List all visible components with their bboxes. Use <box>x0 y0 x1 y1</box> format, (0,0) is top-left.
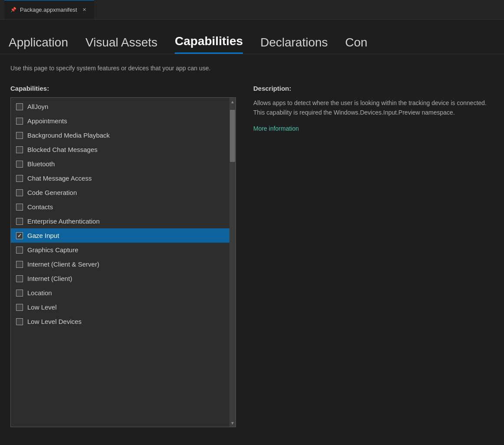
capabilities-list-container: AllJoyn Appointments Background Media Pl… <box>10 97 236 427</box>
more-info-link[interactable]: More information <box>253 125 299 132</box>
checkbox-blocked-chat-messages[interactable] <box>16 146 23 153</box>
tab-visual-assets[interactable]: Visual Assets <box>85 36 157 54</box>
file-tab-label: Package.appxmanifest <box>20 7 77 13</box>
capability-internet-client-label: Internet (Client) <box>27 275 72 282</box>
tab-con[interactable]: Con <box>345 36 367 54</box>
capability-low-level[interactable]: Low Level <box>11 300 229 314</box>
description-label: Description: <box>253 85 494 92</box>
scrollbar-thumb[interactable] <box>230 110 235 162</box>
capability-background-media-playback-label: Background Media Playback <box>27 132 110 139</box>
checkbox-location[interactable] <box>16 290 23 297</box>
checkbox-alljoyn[interactable] <box>16 103 23 110</box>
capability-graphics-capture-label: Graphics Capture <box>27 246 79 254</box>
capability-blocked-chat-messages-label: Blocked Chat Messages <box>27 146 98 153</box>
close-tab-button[interactable]: ✕ <box>81 6 88 13</box>
checkbox-bluetooth[interactable] <box>16 161 23 168</box>
checkbox-internet-client[interactable] <box>16 275 23 282</box>
capability-location[interactable]: Location <box>11 286 229 300</box>
capability-internet-client-server[interactable]: Internet (Client & Server) <box>11 257 229 271</box>
capability-code-generation-label: Code Generation <box>27 189 77 196</box>
nav-tabs: Application Visual Assets Capabilities D… <box>0 20 504 54</box>
checkbox-low-level[interactable] <box>16 304 23 311</box>
page-description: Use this page to specify system features… <box>10 65 494 72</box>
capability-low-level-devices[interactable]: Low Level Devices <box>11 314 229 329</box>
pin-icon: 📌 <box>10 7 16 13</box>
capability-internet-client-server-label: Internet (Client & Server) <box>27 260 99 268</box>
capability-alljoyn-label: AllJoyn <box>27 103 48 110</box>
checkbox-low-level-devices[interactable] <box>16 318 23 325</box>
scrollbar-up-arrow[interactable]: ▲ <box>229 98 236 105</box>
title-bar: 📌 Package.appxmanifest ✕ <box>0 0 504 20</box>
capabilities-list: AllJoyn Appointments Background Media Pl… <box>11 98 229 427</box>
capability-chat-message-access-label: Chat Message Access <box>27 175 92 182</box>
capability-gaze-input[interactable]: ✓ Gaze Input <box>11 228 229 243</box>
capability-low-level-label: Low Level <box>27 303 57 311</box>
checkbox-gaze-input[interactable]: ✓ <box>16 232 23 239</box>
checkbox-background-media-playback[interactable] <box>16 132 23 139</box>
checkbox-contacts[interactable] <box>16 204 23 211</box>
capability-blocked-chat-messages[interactable]: Blocked Chat Messages <box>11 142 229 157</box>
capability-appointments[interactable]: Appointments <box>11 114 229 128</box>
capability-graphics-capture[interactable]: Graphics Capture <box>11 243 229 257</box>
capability-gaze-input-label: Gaze Input <box>27 232 59 239</box>
capability-alljoyn[interactable]: AllJoyn <box>11 99 229 114</box>
checkbox-code-generation[interactable] <box>16 189 23 196</box>
scrollbar-thumb-area[interactable] <box>229 105 236 419</box>
description-section: Description: Allows apps to detect where… <box>253 85 494 441</box>
capability-enterprise-authentication-label: Enterprise Authentication <box>27 218 100 225</box>
tab-capabilities[interactable]: Capabilities <box>175 34 243 54</box>
capability-contacts[interactable]: Contacts <box>11 200 229 214</box>
scrollbar-track[interactable]: ▲ ▼ <box>229 98 236 427</box>
capability-appointments-label: Appointments <box>27 117 67 125</box>
capability-chat-message-access[interactable]: Chat Message Access <box>11 171 229 185</box>
tab-application[interactable]: Application <box>9 36 68 54</box>
capability-location-label: Location <box>27 289 52 297</box>
capability-enterprise-authentication[interactable]: Enterprise Authentication <box>11 214 229 228</box>
tab-declarations[interactable]: Declarations <box>260 36 328 54</box>
checkbox-internet-client-server[interactable] <box>16 261 23 268</box>
main-content: Use this page to specify system features… <box>0 54 504 441</box>
capability-low-level-devices-label: Low Level Devices <box>27 318 82 325</box>
checkbox-enterprise-authentication[interactable] <box>16 218 23 225</box>
capability-internet-client[interactable]: Internet (Client) <box>11 271 229 286</box>
scrollbar-down-arrow[interactable]: ▼ <box>229 419 236 427</box>
checkbox-appointments[interactable] <box>16 118 23 125</box>
file-tab[interactable]: 📌 Package.appxmanifest ✕ <box>4 0 94 19</box>
capability-bluetooth[interactable]: Bluetooth <box>11 157 229 171</box>
content-columns: Capabilities: AllJoyn Appointments Backg… <box>10 85 494 441</box>
capability-code-generation[interactable]: Code Generation <box>11 185 229 200</box>
capability-contacts-label: Contacts <box>27 203 53 211</box>
capabilities-section: Capabilities: AllJoyn Appointments Backg… <box>10 85 236 441</box>
capability-background-media-playback[interactable]: Background Media Playback <box>11 128 229 142</box>
checkbox-chat-message-access[interactable] <box>16 175 23 182</box>
description-text: Allows apps to detect where the user is … <box>253 98 494 118</box>
capabilities-label: Capabilities: <box>10 85 236 92</box>
checkbox-graphics-capture[interactable] <box>16 247 23 254</box>
capability-bluetooth-label: Bluetooth <box>27 160 55 168</box>
